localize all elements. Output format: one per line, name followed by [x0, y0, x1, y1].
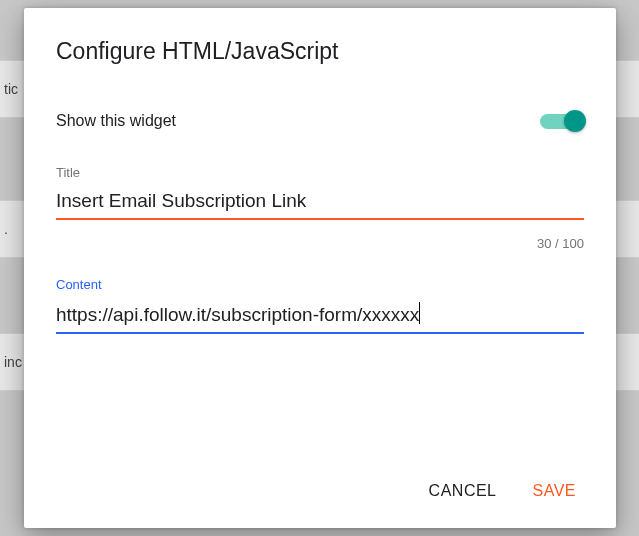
content-field-label: Content — [56, 277, 584, 292]
toggle-thumb — [564, 110, 586, 132]
content-field-group: Content https://api.follow.it/subscripti… — [56, 277, 584, 334]
configure-widget-dialog: Configure HTML/JavaScript Show this widg… — [24, 8, 616, 528]
title-char-counter: 30 / 100 — [56, 236, 584, 251]
dialog-actions: CANCEL SAVE — [56, 454, 584, 508]
save-button[interactable]: SAVE — [529, 474, 581, 508]
content-input[interactable]: https://api.follow.it/subscription-form/… — [56, 300, 584, 334]
title-input[interactable] — [56, 188, 584, 220]
show-widget-label: Show this widget — [56, 112, 176, 130]
show-widget-row: Show this widget — [56, 109, 584, 133]
cancel-button[interactable]: CANCEL — [425, 474, 501, 508]
dialog-title: Configure HTML/JavaScript — [56, 38, 584, 65]
title-field-group: Title — [56, 165, 584, 220]
show-widget-toggle[interactable] — [540, 109, 584, 133]
title-field-label: Title — [56, 165, 584, 180]
content-input-text: https://api.follow.it/subscription-form/… — [56, 304, 420, 325]
